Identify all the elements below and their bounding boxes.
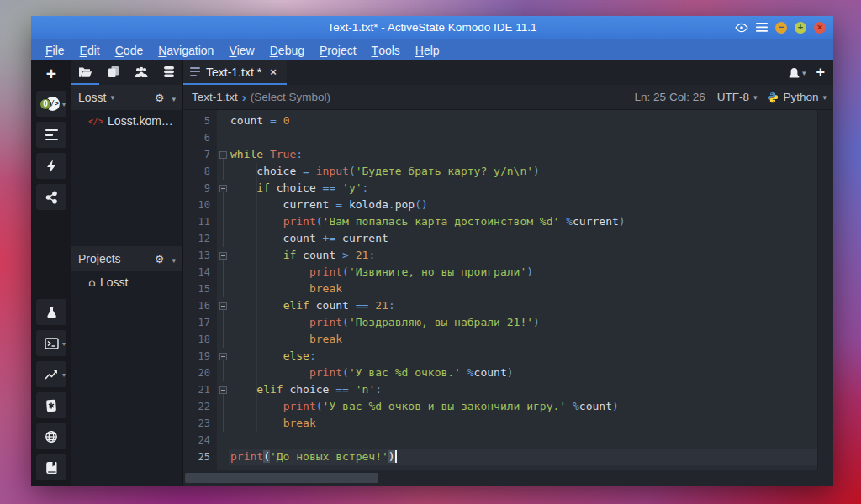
panel-tab-databases[interactable] (155, 60, 182, 85)
terminal-icon[interactable]: ▾ (36, 330, 66, 356)
code-line-7[interactable]: while True: (229, 146, 817, 163)
window-title: Text-1.txt* - ActiveState Komodo IDE 11.… (328, 21, 537, 34)
select-symbol-dropdown[interactable]: (Select Symbol) (251, 91, 330, 103)
code-line-25[interactable]: print('До новых встреч!') (229, 449, 817, 465)
outline-icon[interactable] (36, 122, 66, 148)
fold-cell[interactable] (217, 348, 229, 365)
fold-collapse-icon[interactable] (219, 353, 227, 360)
eye-icon[interactable] (735, 23, 748, 33)
code-line-8[interactable]: choice = input('Будете брать карту? y/n\… (229, 163, 817, 180)
tab-text-1-txt[interactable]: Text-1.txt * × (183, 60, 287, 85)
code-line-13[interactable]: if count > 21: (229, 247, 817, 264)
menu-icon[interactable] (756, 23, 768, 32)
language-dropdown[interactable]: Python ▾ (767, 91, 827, 103)
chevron-down-icon: ▾ (110, 93, 114, 102)
fold-cell[interactable] (217, 180, 229, 197)
code-line-5[interactable]: count = 0 (229, 113, 817, 129)
fold-collapse-icon[interactable] (219, 252, 227, 260)
menu-item-help[interactable]: Help (408, 39, 447, 60)
tab-close-icon[interactable]: × (270, 66, 277, 78)
tree-item-losst-project[interactable]: ⌂ Losst (71, 271, 182, 293)
code-line-24[interactable] (229, 432, 817, 449)
editor-tab-bar: Text-1.txt * × ▾ + (183, 60, 833, 85)
document-icon (190, 67, 200, 76)
menu-item-tools[interactable]: Tools (364, 39, 408, 60)
code-line-9[interactable]: if choice == 'y': (229, 180, 817, 197)
new-tab-button[interactable]: + (816, 64, 825, 81)
breadcrumb: Text-1.txt › (Select Symbol) Ln: 25 Col:… (183, 85, 833, 110)
fold-cell[interactable] (217, 146, 229, 163)
horizontal-scrollbar-thumb[interactable] (185, 473, 378, 483)
line-number: 17 (183, 314, 217, 331)
tree-item-losst-project-file[interactable]: </> Losst.kom… (71, 110, 182, 132)
projects-section-header[interactable]: Projects ⚙ ▾ (71, 246, 182, 271)
fold-collapse-icon[interactable] (219, 302, 227, 310)
chart-icon[interactable]: ▾ (36, 361, 66, 387)
menu-item-debug[interactable]: Debug (262, 39, 312, 60)
fold-cell[interactable] (217, 297, 229, 314)
lightning-icon[interactable] (36, 153, 66, 179)
fold-cell (217, 365, 229, 381)
line-number: 9 (183, 180, 217, 197)
close-button[interactable]: × (814, 22, 826, 34)
code-editor[interactable]: 5678910111213141516171819202122232425 co… (183, 110, 833, 470)
syntax-status-icon[interactable]: </> 0 ▾ (36, 91, 66, 117)
code-line-17[interactable]: print('Поздравляю, вы набрали 21!') (229, 314, 817, 331)
code-line-20[interactable]: print('У вас %d очков.' %count) (229, 365, 817, 381)
vertical-scrollbar[interactable] (817, 110, 833, 470)
notifications-icon[interactable]: ▾ (788, 68, 806, 78)
line-number: 20 (183, 365, 217, 381)
menu-item-edit[interactable]: Edit (72, 39, 108, 60)
fold-cell (217, 331, 229, 348)
minimize-button[interactable]: − (775, 22, 787, 34)
panel-tab-collaboration[interactable] (127, 60, 155, 85)
fold-collapse-icon[interactable] (219, 386, 227, 394)
menu-item-project[interactable]: Project (312, 39, 364, 60)
notes-icon[interactable] (36, 392, 66, 418)
book-icon[interactable] (36, 454, 66, 480)
encoding-dropdown[interactable]: UTF-8 ▾ (717, 91, 758, 103)
share-icon[interactable] (36, 184, 66, 210)
fold-cell (217, 230, 229, 247)
losst-section-header[interactable]: Losst ▾ ⚙ ▾ (71, 85, 182, 110)
panel-tab-files[interactable] (99, 60, 127, 85)
globe-icon[interactable] (36, 423, 66, 449)
gear-icon[interactable]: ⚙ ▾ (155, 92, 176, 104)
fold-cell[interactable] (217, 247, 229, 264)
code-line-19[interactable]: else: (229, 348, 817, 365)
code-line-22[interactable]: print('У вас %d очков и вы закончили игр… (229, 398, 817, 415)
fold-cell (217, 314, 229, 331)
menu-item-navigation[interactable]: Navigation (151, 39, 221, 60)
menu-item-code[interactable]: Code (108, 39, 151, 60)
fold-cell[interactable] (217, 381, 229, 398)
code-line-11[interactable]: print('Вам попалась карта достоинством %… (229, 213, 817, 230)
code-line-14[interactable]: print('Извините, но вы проиграли') (229, 264, 817, 281)
losst-file-list: </> Losst.kom… (71, 110, 182, 246)
code-line-15[interactable]: break (229, 281, 817, 297)
fold-cell (217, 264, 229, 281)
new-file-button[interactable]: + (37, 64, 66, 84)
code-line-18[interactable]: break (229, 331, 817, 348)
horizontal-scrollbar[interactable] (183, 470, 833, 486)
fold-collapse-icon[interactable] (219, 151, 227, 159)
code-line-23[interactable]: break (229, 415, 817, 432)
panel-tab-places[interactable] (71, 60, 99, 85)
code-pane[interactable]: count = 0while True: choice = input('Буд… (229, 110, 817, 470)
side-panel: Losst ▾ ⚙ ▾ </> Losst.kom… Projects ⚙ ▾ … (71, 60, 183, 486)
menu-item-file[interactable]: File (38, 39, 72, 60)
code-line-6[interactable] (229, 129, 817, 146)
code-line-10[interactable]: current = koloda.pop() (229, 197, 817, 213)
breadcrumb-file[interactable]: Text-1.txt (192, 91, 238, 103)
line-number: 10 (183, 197, 217, 213)
flask-icon[interactable] (36, 299, 66, 325)
chevron-down-icon: ▾ (62, 100, 66, 108)
activity-bar: + </> 0 ▾ ▾ (31, 60, 71, 486)
maximize-button[interactable]: + (795, 22, 806, 34)
menu-item-view[interactable]: View (221, 39, 261, 60)
chevron-right-icon: › (242, 90, 246, 104)
code-line-16[interactable]: elif count == 21: (229, 297, 817, 314)
code-line-12[interactable]: count += current (229, 230, 817, 247)
code-line-21[interactable]: elif choice == 'n': (229, 381, 817, 398)
gear-icon[interactable]: ⚙ ▾ (155, 253, 176, 265)
fold-collapse-icon[interactable] (219, 185, 227, 192)
